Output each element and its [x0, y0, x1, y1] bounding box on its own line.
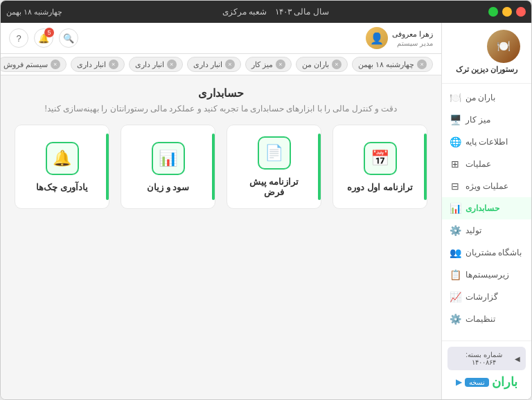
- tab-sales-close[interactable]: ×: [51, 60, 60, 69]
- sidebar-item-label: میز کار: [466, 115, 490, 125]
- tab-sales[interactable]: × سیستم فروش: [1, 57, 66, 72]
- sidebar-item-label: زیرسیستم‌ها: [466, 270, 509, 280]
- sidebar-item-special-ops[interactable]: عملیات ویژه ⊟: [442, 175, 531, 197]
- cards-grid: 📅 ترازنامه اول دوره 📄 ترازنامه پیش فرض 📊…: [15, 125, 427, 209]
- info-icon: 🌐: [449, 136, 461, 148]
- card-accent: [212, 134, 215, 200]
- sidebar-item-info[interactable]: اطلاعات پایه 🌐: [442, 131, 531, 153]
- page-subtitle: دقت و کنترل مالی را با ابزارهای حسابداری…: [15, 104, 427, 113]
- tab-storage3[interactable]: × انبار داری: [71, 57, 125, 72]
- page-title: حسابداری: [15, 87, 427, 100]
- sidebar-item-club[interactable]: باشگاه مشتریان 👥: [442, 242, 531, 264]
- special-ops-icon: ⊟: [449, 180, 461, 192]
- accounting-icon: 📊: [449, 202, 461, 215]
- card-accent: [424, 134, 427, 200]
- tab-baran[interactable]: × باران من: [296, 57, 348, 72]
- settings-icon: ⚙️: [449, 313, 461, 325]
- help-button[interactable]: ?: [9, 28, 28, 48]
- card-accent: [106, 134, 109, 200]
- tab-sales-label: سیستم فروش: [3, 60, 48, 69]
- top-bar-left: 🔍 🔔 5 ?: [9, 28, 78, 48]
- user-name: زهرا معروفی: [392, 29, 433, 39]
- tab-storage3-label: انبار داری: [77, 60, 106, 69]
- sidebar-logo-area: 🍽️ رستوران دیزین ترک: [442, 23, 531, 84]
- package-info: ◀ شماره بسته: ۱۴۰۰۸۶۴: [447, 347, 526, 370]
- club-icon: 👥: [449, 246, 461, 259]
- sidebar-item-label: عملیات ویژه: [466, 181, 508, 191]
- sidebar-item-reports[interactable]: گزارشات 📈: [442, 286, 531, 308]
- year-label: سال مالی ۱۴۰۳: [275, 7, 329, 17]
- app-window: سال مالی ۱۴۰۳ شعبه مرکزی چهارشنبه ۱۸ بهم…: [0, 0, 532, 400]
- checks-label: یادآوری چک‌ها: [36, 182, 88, 192]
- sidebar-item-table[interactable]: میز کار 🖥️: [442, 109, 531, 131]
- sidebar-item-accounting[interactable]: حسابداری 📊: [442, 197, 531, 219]
- title-bar: سال مالی ۱۴۰۳ شعبه مرکزی چهارشنبه ۱۸ بهم…: [1, 1, 531, 23]
- sidebar-item-label: عملیات: [466, 159, 491, 169]
- chevron-left-icon: ◀: [515, 355, 520, 363]
- profit-loss-icon: 📊: [152, 142, 185, 175]
- sidebar-item-subsystems[interactable]: زیرسیستم‌ها 📋: [442, 264, 531, 286]
- main-layout: 🍽️ رستوران دیزین ترک باران من 🍽️ میز کار…: [1, 23, 531, 399]
- sidebar-item-label: حسابداری: [466, 203, 499, 213]
- maximize-button[interactable]: [488, 7, 498, 17]
- package-label: شماره بسته: ۱۴۰۰۸۶۴: [453, 351, 515, 366]
- sidebar-item-label: گزارشات: [466, 292, 498, 302]
- restaurant-name: رستوران دیزین ترک: [453, 63, 520, 76]
- chevron-right-icon: ▶: [456, 377, 462, 387]
- sidebar-item-production[interactable]: تولید ⚙️: [442, 219, 531, 242]
- provisional-balance-icon: 📄: [258, 136, 291, 170]
- subsystems-icon: 📋: [449, 269, 461, 281]
- card-provisional-balance[interactable]: 📄 ترازنامه پیش فرض: [227, 125, 321, 209]
- tab-table[interactable]: × میز کار: [245, 57, 292, 72]
- sidebar-item-label: باران من: [466, 93, 495, 102]
- checks-icon: 🔔: [46, 142, 79, 175]
- page-content: حسابداری دقت و کنترل مالی را با ابزارهای…: [1, 75, 441, 399]
- trial-balance-icon: 📅: [364, 142, 397, 175]
- sidebar-item-label: اطلاعات پایه: [466, 137, 508, 147]
- search-button[interactable]: 🔍: [59, 28, 78, 48]
- sidebar-item-label: باشگاه مشتریان: [466, 248, 522, 257]
- user-info: زهرا معروفی مدیر سیستم 👤: [366, 27, 433, 49]
- sidebar-item-settings[interactable]: تنظیمات ⚙️: [442, 308, 531, 330]
- baran-logo-area: باران نسخه ▶: [447, 370, 526, 394]
- sidebar-item-label: تنظیمات: [466, 314, 495, 324]
- close-button[interactable]: [516, 7, 526, 17]
- card-accent: [318, 134, 321, 200]
- tab-storage1-close[interactable]: ×: [225, 60, 235, 69]
- tab-date-close[interactable]: ×: [417, 60, 427, 69]
- restaurant-logo: 🍽️: [487, 30, 520, 63]
- minimize-button[interactable]: [502, 7, 512, 17]
- sidebar-bottom: ◀ شماره بسته: ۱۴۰۰۸۶۴ باران نسخه ▶: [442, 340, 531, 399]
- sidebar-nav: باران من 🍽️ میز کار 🖥️ اطلاعات پایه 🌐 عم…: [442, 84, 531, 340]
- title-bar-center: سال مالی ۱۴۰۳ شعبه مرکزی: [222, 7, 329, 17]
- sidebar-item-baran[interactable]: باران من 🍽️: [442, 87, 531, 109]
- tab-storage2[interactable]: × انبار داری: [129, 57, 183, 72]
- reports-icon: 📈: [449, 291, 461, 303]
- table-icon: 🖥️: [449, 113, 461, 126]
- tab-storage1[interactable]: × انبار داری: [187, 57, 241, 72]
- notification-button[interactable]: 🔔 5: [34, 28, 53, 48]
- sidebar-item-ops[interactable]: عملیات ⊞: [442, 153, 531, 175]
- profit-loss-label: سود و زیان: [147, 182, 189, 192]
- tab-date[interactable]: × چهارشنبه ۱۸ بهمن: [352, 57, 433, 72]
- tab-table-close[interactable]: ×: [276, 60, 285, 69]
- card-trial-balance[interactable]: 📅 ترازنامه اول دوره: [332, 125, 427, 209]
- trial-balance-label: ترازنامه اول دوره: [347, 182, 412, 192]
- tab-storage3-close[interactable]: ×: [109, 60, 118, 69]
- branch-label: شعبه مرکزی: [222, 7, 267, 17]
- card-checks[interactable]: 🔔 یادآوری چک‌ها: [15, 125, 109, 209]
- tab-date-label: چهارشنبه ۱۸ بهمن: [358, 60, 414, 69]
- tab-storage1-label: انبار داری: [193, 60, 222, 69]
- title-bar-date: چهارشنبه ۱۸ بهمن: [6, 8, 62, 17]
- baran-icon: 🍽️: [449, 91, 461, 104]
- top-bar-right: زهرا معروفی مدیر سیستم 👤: [366, 27, 433, 49]
- card-profit-loss[interactable]: 📊 سود و زیان: [121, 125, 215, 209]
- baran-text: باران: [492, 374, 517, 390]
- provisional-balance-label: ترازنامه پیش فرض: [238, 176, 310, 197]
- ops-icon: ⊞: [449, 158, 461, 170]
- tab-storage2-close[interactable]: ×: [167, 60, 177, 69]
- date-label: چهارشنبه ۱۸ بهمن: [6, 8, 62, 16]
- page-header: حسابداری دقت و کنترل مالی را با ابزارهای…: [15, 87, 427, 113]
- sidebar: 🍽️ رستوران دیزین ترک باران من 🍽️ میز کار…: [441, 23, 531, 399]
- tab-baran-close[interactable]: ×: [332, 60, 342, 69]
